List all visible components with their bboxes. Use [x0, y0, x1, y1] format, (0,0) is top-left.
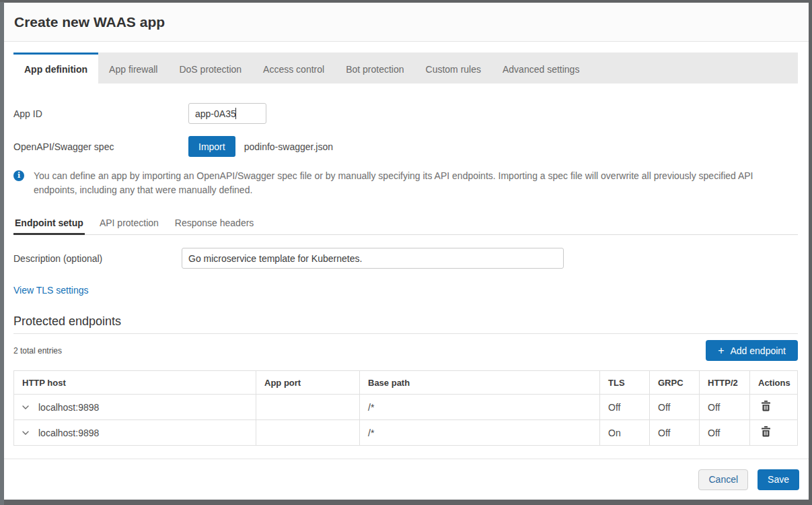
tab-dos-protection[interactable]: DoS protection [168, 53, 252, 83]
table-header-row: HTTP host App port Base path TLS GRPC HT… [14, 371, 798, 395]
save-button[interactable]: Save [758, 469, 799, 490]
column-header-actions: Actions [750, 371, 798, 395]
app-id-row: App ID [13, 103, 798, 124]
sub-tab-bar: Endpoint setup API protection Response h… [13, 217, 798, 235]
app-id-label: App ID [13, 108, 188, 119]
trash-icon [761, 429, 771, 439]
column-header-http2: HTTP/2 [700, 371, 750, 395]
grpc-cell: Off [650, 420, 700, 446]
spec-filename: podinfo-swagger.json [244, 141, 333, 152]
info-banner: i You can define an app by importing an … [13, 169, 798, 197]
http2-cell: Off [700, 395, 750, 420]
description-label: Description (optional) [13, 253, 182, 264]
base-path-cell: /* [360, 420, 600, 446]
add-endpoint-button[interactable]: + Add endpoint [706, 340, 798, 361]
column-header-app-port: App port [256, 371, 360, 395]
modal-header: Create new WAAS app [4, 3, 809, 42]
grpc-cell: Off [650, 395, 700, 420]
trash-icon [761, 403, 771, 413]
tab-advanced-settings[interactable]: Advanced settings [492, 53, 590, 83]
swagger-spec-label: OpenAPI/Swagger spec [13, 141, 188, 152]
subtab-response-headers[interactable]: Response headers [174, 217, 256, 235]
endpoints-table: HTTP host App port Base path TLS GRPC HT… [13, 370, 798, 446]
text-caret [235, 108, 236, 119]
column-header-http-host: HTTP host [14, 371, 256, 395]
description-row: Description (optional) [13, 248, 798, 269]
plus-icon: + [718, 345, 724, 357]
tab-access-control[interactable]: Access control [252, 53, 335, 83]
tls-cell: On [600, 420, 650, 446]
column-header-tls: TLS [600, 371, 650, 395]
section-divider [13, 333, 798, 334]
modal-footer: Cancel Save [4, 459, 809, 500]
base-path-cell: /* [360, 395, 600, 420]
tab-bot-protection[interactable]: Bot protection [335, 53, 414, 83]
app-port-cell [256, 395, 360, 420]
app-id-input[interactable] [188, 103, 266, 124]
page-title: Create new WAAS app [14, 14, 165, 30]
cancel-button[interactable]: Cancel [698, 469, 748, 490]
table-row: localhost:9898 /* Off Off Off [14, 395, 798, 420]
column-header-grpc: GRPC [650, 371, 700, 395]
subtab-endpoint-setup[interactable]: Endpoint setup [13, 217, 85, 235]
delete-endpoint-button[interactable] [758, 399, 774, 415]
main-tab-bar: App definition App firewall DoS protecti… [13, 53, 798, 83]
tab-app-firewall[interactable]: App firewall [98, 53, 168, 83]
swagger-spec-row: OpenAPI/Swagger spec Import podinfo-swag… [13, 136, 798, 157]
app-port-cell [256, 420, 360, 446]
total-entries-count: 2 total entries [13, 346, 62, 356]
info-text: You can define an app by importing an Op… [34, 169, 794, 197]
delete-endpoint-button[interactable] [758, 425, 774, 440]
column-header-base-path: Base path [360, 371, 600, 395]
create-waas-app-modal: Create new WAAS app App definition App f… [4, 3, 809, 500]
subtab-api-protection[interactable]: API protection [98, 217, 160, 235]
add-endpoint-label: Add endpoint [730, 345, 786, 356]
modal-body: App definition App firewall DoS protecti… [4, 42, 809, 459]
view-tls-settings-link[interactable]: View TLS settings [13, 285, 89, 296]
http2-cell: Off [700, 420, 750, 446]
chevron-down-icon[interactable] [22, 405, 29, 409]
description-input[interactable] [182, 248, 564, 269]
tab-app-definition[interactable]: App definition [13, 53, 98, 83]
table-row: localhost:9898 /* On Off Off [14, 420, 798, 446]
info-icon: i [13, 170, 24, 181]
chevron-down-icon[interactable] [22, 431, 29, 435]
endpoints-toolbar: 2 total entries + Add endpoint [13, 340, 798, 361]
tab-custom-rules[interactable]: Custom rules [415, 53, 492, 83]
import-button[interactable]: Import [188, 136, 235, 157]
protected-endpoints-heading: Protected endpoints [13, 314, 798, 329]
http-host-cell: localhost:9898 [38, 402, 99, 413]
tls-cell: Off [600, 395, 650, 420]
http-host-cell: localhost:9898 [38, 428, 99, 438]
